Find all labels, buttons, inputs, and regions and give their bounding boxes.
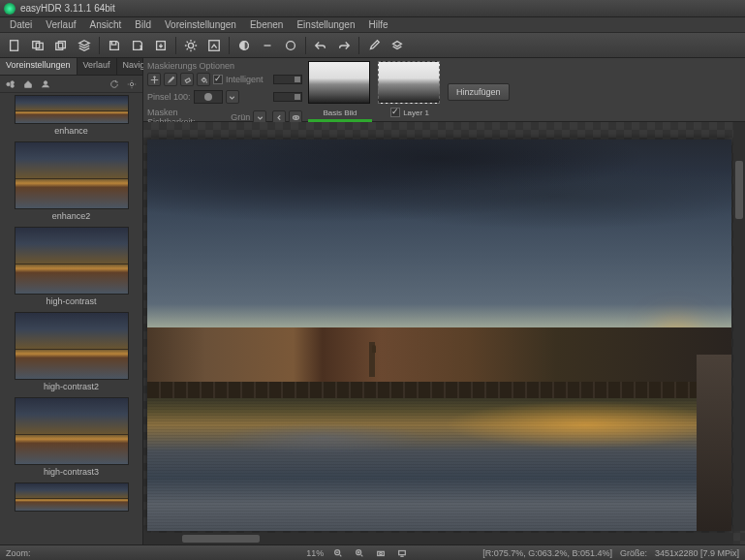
preset-label: high-contrast — [6, 296, 137, 306]
mask-panel: Maskierungs Optionen Intelligent Pinsel … — [143, 58, 745, 122]
mask-tool-brush-icon[interactable] — [164, 73, 177, 86]
svg-point-13 — [11, 84, 14, 87]
menu-datei[interactable]: Datei — [4, 18, 38, 31]
zoom-value: 11% — [306, 548, 324, 558]
circle-icon[interactable] — [280, 36, 301, 55]
menu-bild[interactable]: Bild — [129, 18, 157, 31]
export-icon[interactable] — [150, 36, 171, 55]
tab-verlauf[interactable]: Verlauf — [78, 58, 117, 75]
image-adjust-icon[interactable] — [203, 36, 225, 55]
svg-point-12 — [11, 80, 14, 83]
horizontal-scrollbar[interactable] — [143, 533, 733, 544]
brush-size-slider[interactable] — [273, 92, 302, 102]
preset-thumb[interactable] — [15, 95, 129, 124]
layer-name: Layer 1 — [403, 109, 429, 117]
contrast-icon[interactable] — [233, 36, 255, 55]
layer-1[interactable]: Layer 1 — [378, 61, 442, 119]
layers2-icon[interactable] — [387, 36, 408, 55]
statusbar: Zoom: 11% [R:075.7%, G:063.2%, B:051.4%]… — [0, 544, 745, 560]
mask-tool-fill-icon[interactable] — [197, 73, 210, 86]
vertical-scrollbar[interactable] — [733, 122, 745, 531]
preset-item[interactable]: enhance2 — [6, 141, 137, 221]
preset-toolbar — [0, 76, 142, 93]
svg-point-15 — [130, 82, 133, 85]
menu-ebenen[interactable]: Ebenen — [244, 18, 289, 31]
preset-item[interactable]: high-contrast2 — [6, 312, 137, 391]
preset-label: enhance2 — [6, 211, 137, 221]
preset-gear-icon[interactable] — [124, 78, 140, 91]
size-label: Größe: — [620, 548, 647, 558]
preset-thumb[interactable] — [15, 397, 129, 465]
preset-thumb[interactable] — [15, 482, 129, 512]
monitor-icon[interactable] — [395, 547, 409, 559]
mask-tool-move-icon[interactable] — [147, 73, 161, 86]
preset-item[interactable]: high-contrast3 — [6, 397, 137, 477]
svg-rect-4 — [58, 41, 65, 47]
svg-line-20 — [340, 554, 342, 556]
camera-icon[interactable] — [374, 547, 388, 559]
add-layer-button[interactable]: Hinzufügen — [448, 83, 510, 101]
menu-hilfe[interactable]: Hilfe — [362, 18, 393, 31]
layer-thumb[interactable] — [308, 61, 370, 104]
layer-thumb[interactable] — [378, 61, 440, 104]
menubar: Datei Verlauf Ansicht Bild Voreinstellun… — [0, 17, 745, 33]
preset-thumb[interactable] — [15, 227, 129, 295]
zoom-out-icon[interactable] — [331, 547, 345, 559]
mask-header: Maskierungs Optionen — [147, 61, 302, 71]
preset-item[interactable] — [6, 482, 137, 512]
new-icon[interactable] — [4, 36, 25, 55]
brush-icon[interactable] — [363, 36, 385, 55]
svg-rect-16 — [185, 78, 190, 82]
intelligent-checkbox[interactable] — [213, 75, 223, 84]
menu-voreinstellungen[interactable]: Voreinstellungen — [159, 18, 242, 31]
zoom-label: Zoom: — [6, 548, 31, 558]
preset-item[interactable]: enhance — [6, 95, 137, 136]
gear-icon[interactable] — [180, 36, 202, 55]
svg-rect-0 — [11, 40, 18, 50]
svg-point-6 — [188, 43, 193, 47]
visibility-value: Grün — [231, 112, 250, 122]
preset-list[interactable]: enhance enhance2 high-contrast high-cont… — [0, 93, 142, 544]
svg-point-14 — [44, 80, 47, 83]
save-icon[interactable] — [104, 36, 125, 55]
redo-icon[interactable] — [333, 36, 355, 55]
sidebar-tabs: Voreinstellungen Verlauf Navigator — [0, 58, 142, 76]
main-toolbar — [0, 33, 745, 58]
layer-visible-checkbox[interactable] — [390, 108, 400, 117]
mask-tool-eraser-icon[interactable] — [180, 73, 194, 86]
brush-shape-select[interactable] — [194, 90, 223, 104]
window-title: easyHDR 3.11.1 64bit — [20, 3, 115, 14]
preset-thumb[interactable] — [15, 312, 129, 380]
layers-icon[interactable] — [74, 36, 95, 55]
menu-verlauf[interactable]: Verlauf — [40, 18, 81, 31]
size-value: 3451x2280 [7.9 MPix] — [655, 548, 739, 558]
menu-einstellungen[interactable]: Einstellungen — [291, 18, 360, 31]
svg-point-10 — [287, 41, 295, 49]
app-logo-icon — [4, 3, 16, 15]
brush-dropdown-icon[interactable] — [226, 90, 239, 104]
preset-group-icon[interactable] — [3, 78, 18, 91]
tab-voreinstellungen[interactable]: Voreinstellungen — [0, 58, 78, 75]
undo-icon[interactable] — [310, 36, 331, 55]
preset-refresh-icon[interactable] — [107, 78, 122, 91]
layer-base[interactable]: Basis Bild — [308, 61, 372, 122]
image-canvas[interactable] — [147, 140, 731, 531]
titlebar: easyHDR 3.11.1 64bit — [0, 0, 745, 17]
brush-size-label: Pinsel 100: — [147, 92, 191, 102]
save-as-icon[interactable] — [127, 36, 148, 55]
intelligent-slider[interactable] — [273, 75, 302, 84]
images-icon[interactable] — [27, 36, 48, 55]
svg-point-27 — [380, 552, 383, 555]
preset-label: high-contrast3 — [6, 467, 137, 477]
menu-ansicht[interactable]: Ansicht — [84, 18, 128, 31]
stack-icon[interactable] — [50, 36, 72, 55]
preset-user-icon[interactable] — [38, 78, 53, 91]
preset-thumb[interactable] — [15, 141, 129, 209]
minus-icon[interactable] — [257, 36, 278, 55]
preset-home-icon[interactable] — [20, 78, 36, 91]
zoom-in-icon[interactable] — [353, 547, 366, 559]
layer-caption: Layer 1 — [378, 106, 442, 119]
preset-item[interactable]: high-contrast — [6, 227, 137, 306]
svg-line-23 — [361, 554, 363, 556]
rgb-readout: [R:075.7%, G:063.2%, B:051.4%] — [482, 548, 612, 558]
